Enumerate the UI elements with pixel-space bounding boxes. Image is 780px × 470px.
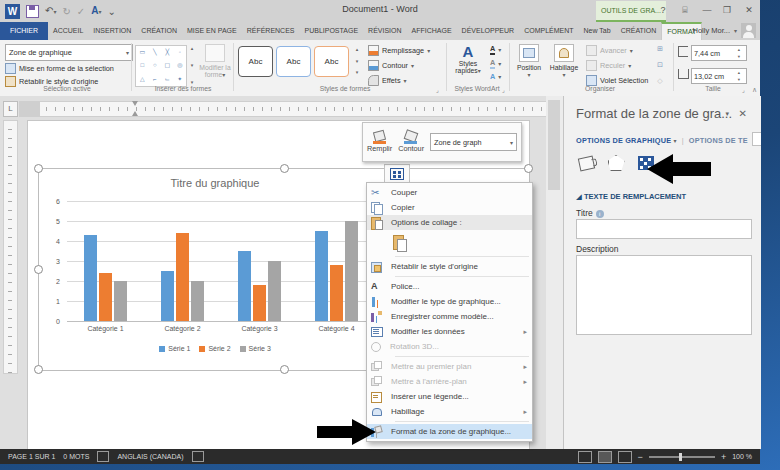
chart-elements-button[interactable] <box>384 164 410 183</box>
bar-série-1[interactable] <box>315 231 328 321</box>
bar-série-2[interactable] <box>253 285 266 321</box>
paste-option-keep-formatting[interactable] <box>367 230 532 254</box>
bar-série-1[interactable] <box>161 271 174 321</box>
collapse-ribbon-button[interactable]: ∧ <box>752 86 757 94</box>
tab-creation[interactable]: CRÉATION <box>136 22 182 40</box>
customize-qat-icon[interactable]: ⌄ <box>107 4 115 19</box>
zoom-in-button[interactable]: + <box>721 452 726 462</box>
menu-item-paste-options[interactable]: Options de collage : <box>367 215 532 230</box>
bar-group[interactable] <box>67 201 144 321</box>
web-layout-icon[interactable] <box>618 451 632 463</box>
chart-handle-top-mid[interactable] <box>280 164 289 173</box>
chart-element-combo[interactable]: Zone de graphique▾ <box>5 44 133 61</box>
chart-legend[interactable]: Série 1Série 2Série 3 <box>45 345 385 352</box>
bar-série-1[interactable] <box>238 251 251 321</box>
chart-element-mini-combo[interactable]: Zone de graph▾ <box>430 133 517 151</box>
menu-item-bring-to-front[interactable]: Mettre au premier plan▸ <box>367 359 532 374</box>
chart-handle-top-left[interactable] <box>34 164 43 173</box>
fill-line-options-button[interactable] <box>574 152 598 174</box>
position-button[interactable]: Position▾ <box>514 44 544 78</box>
text-fill-button[interactable]: A▾ <box>490 44 501 55</box>
menu-item-copy[interactable]: Copier <box>367 200 532 215</box>
scrollbar-thumb[interactable] <box>548 100 560 190</box>
tab-developpeur[interactable]: DÉVELOPPEUR <box>457 22 520 40</box>
modify-shape-button[interactable]: Modifier la forme▾ <box>199 44 231 78</box>
chart-handle-bottom-left[interactable] <box>34 365 43 374</box>
alt-text-section-header[interactable]: ◢ TEXTE DE REMPLACEMENT <box>576 192 686 201</box>
bar-série-3[interactable] <box>191 281 204 321</box>
alt-title-input[interactable] <box>576 219 752 239</box>
fill-button[interactable]: Remplir <box>367 131 392 153</box>
text-outline-button[interactable]: A▾ <box>490 58 501 69</box>
menu-item-send-to-back[interactable]: Mettre à l'arrière-plan▸ <box>367 374 532 389</box>
align-tools-column[interactable]: ⊞⊡◇ <box>655 45 665 85</box>
wrap-text-button[interactable]: Habillage▾ <box>547 44 581 78</box>
wordart-dialog-launcher[interactable]: ⌟ <box>502 86 505 93</box>
text-effects-button[interactable]: A▾ <box>490 72 501 81</box>
tab-new-tab[interactable]: New Tab <box>579 22 616 40</box>
menu-item-save-as-template[interactable]: Enregistrer comme modèle... <box>367 309 532 324</box>
vertical-scrollbar[interactable] <box>546 96 563 449</box>
tab-complement[interactable]: COMPLÉMENT <box>519 22 578 40</box>
zoom-slider-thumb[interactable] <box>679 453 682 461</box>
shape-style-sample-1[interactable]: Abc <box>238 46 273 77</box>
tab-accueil[interactable]: ACCUEIL <box>48 22 88 40</box>
page-indicator[interactable]: PAGE 1 SUR 1 <box>8 453 55 460</box>
repeat-icon[interactable]: ✓ <box>77 4 85 19</box>
close-button[interactable]: ✕ <box>740 0 758 21</box>
menu-item-3d-rotation[interactable]: Rotation 3D... <box>367 339 532 354</box>
tab-insertion[interactable]: INSERTION <box>88 22 136 40</box>
pane-options-caret-icon[interactable]: ▾ <box>725 110 729 118</box>
bar-série-1[interactable] <box>84 235 97 321</box>
size-dialog-launcher[interactable]: ⌟ <box>742 86 745 93</box>
zoom-out-button[interactable]: − <box>638 452 643 462</box>
tab-affichage[interactable]: AFFICHAGE <box>407 22 457 40</box>
minimize-button[interactable]: — <box>698 0 716 21</box>
alt-description-textarea[interactable] <box>576 255 752 335</box>
bar-série-3[interactable] <box>114 281 127 321</box>
bar-série-2[interactable] <box>330 265 343 321</box>
menu-item-insert-caption[interactable]: Insérer une légende... <box>367 389 532 404</box>
account-area[interactable]: Holly Mor... ▾ <box>692 23 756 38</box>
tab-stop-selector[interactable]: L <box>3 101 18 117</box>
chart-handle-bottom-mid[interactable] <box>280 365 289 374</box>
pane-close-icon[interactable]: ✕ <box>739 108 747 119</box>
menu-item-font[interactable]: APolice... <box>367 279 532 294</box>
chart-title[interactable]: Titre du graphique <box>45 177 385 189</box>
tab-chart-options[interactable]: OPTIONS DE GRAPHIQUE ▾ <box>576 136 677 145</box>
shape-gallery[interactable]: ▭╲╳◦ □○▢◎ △⌐⌙✦ <box>135 45 187 87</box>
shape-style-sample-3[interactable]: Abc <box>314 46 349 77</box>
redo-icon[interactable]: ↻ <box>62 4 70 19</box>
effects-options-button[interactable] <box>604 152 628 174</box>
tab-text-options[interactable]: OPTIONS DE TE <box>689 136 748 145</box>
help-button[interactable]: ? <box>654 0 672 21</box>
zoom-slider[interactable] <box>649 456 715 458</box>
indent-marker[interactable] <box>132 101 139 116</box>
bar-série-3[interactable] <box>268 261 281 321</box>
horizontal-ruler[interactable] <box>19 101 546 117</box>
tab-creation-outils[interactable]: CRÉATION <box>616 22 662 40</box>
word-count[interactable]: 0 MOTS <box>63 453 89 460</box>
language-indicator[interactable]: ANGLAIS (CANADA) <box>117 453 183 460</box>
ribbon-display-options-button[interactable]: ⌸ <box>676 0 694 21</box>
shape-gallery-spinner[interactable]: ▴▾▾ <box>187 45 197 85</box>
bar-série-2[interactable] <box>176 233 189 321</box>
shape-style-gallery-spinner[interactable]: ▴▾▾ <box>352 46 362 75</box>
bar-série-2[interactable] <box>99 273 112 321</box>
word-logo-icon[interactable]: W <box>5 4 20 19</box>
bring-forward-button[interactable]: Avancer▾ <box>586 45 633 56</box>
bar-group[interactable] <box>144 201 221 321</box>
tab-mise-en-page[interactable]: MISE EN PAGE <box>182 22 242 40</box>
menu-item-format-chart-area[interactable]: Format de la zone de graphique... <box>367 424 532 439</box>
wordart-quick-styles-button[interactable]: A Styles rapides▾ <box>450 44 486 74</box>
format-selection-button[interactable]: Mise en forme de la sélection <box>5 63 114 74</box>
bar-group[interactable] <box>298 201 375 321</box>
tab-references[interactable]: RÉFÉRENCES <box>242 22 300 40</box>
restore-button[interactable]: ❐ <box>718 0 736 21</box>
undo-icon[interactable]: ↶▾ <box>45 3 56 20</box>
shape-height-input[interactable]: 7,44 cm▴▾ <box>691 45 747 61</box>
menu-item-cut[interactable]: ✂Couper <box>367 185 532 200</box>
macro-recording-icon[interactable] <box>192 451 204 462</box>
vertical-ruler[interactable] <box>3 120 18 374</box>
save-icon[interactable] <box>26 5 39 18</box>
